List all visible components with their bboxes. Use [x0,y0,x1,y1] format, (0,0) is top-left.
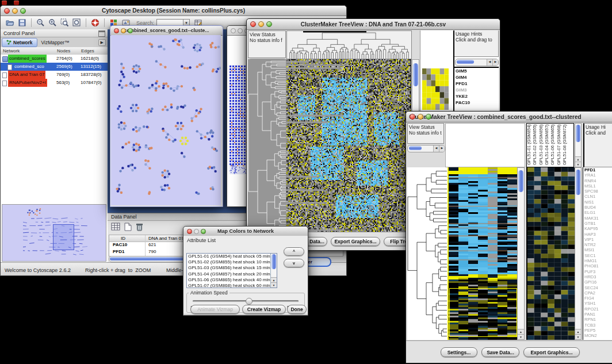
gene-label[interactable]: GTB1 [584,221,612,226]
zoom-fit-icon[interactable] [72,18,82,28]
gene-label[interactable]: BUD4 [584,205,612,210]
close-button[interactable] [187,229,192,234]
column-dendrogram[interactable] [286,30,412,59]
settings-button[interactable]: Settings... [441,347,477,357]
gene-label[interactable]: YSH1 [584,301,612,306]
heatmap-global-view[interactable] [286,59,411,232]
attribute-listbox[interactable]: GPL51-01 (GSM854) heat shock 05 minGPL51… [186,253,277,288]
gene-label[interactable]: PFD1 [454,81,499,87]
scroll-up-arrow[interactable]: ▲ [575,329,581,334]
attribute-list-item[interactable]: GPL51-02 (GSM855) heat shock 10 min [187,259,277,265]
gene-label[interactable]: PAC10 [454,99,499,106]
float-panel-icon[interactable] [98,30,105,37]
export-graphics-button[interactable]: Export Graphics... [523,347,580,357]
gene-label[interactable]: PHO81 [584,263,612,269]
help-lifesaver-icon[interactable] [90,18,100,28]
gene-label[interactable]: GPI16 [584,279,612,285]
gene-label[interactable]: ELG1 [584,210,612,215]
save-data-button[interactable]: Save Data... [481,347,519,357]
zoom-out-icon[interactable] [36,18,45,28]
scroll-down-arrow[interactable]: ▼ [575,334,581,339]
gene-label[interactable]: KAP95 [584,226,612,231]
scroll-up-arrow[interactable]: ▲ [518,329,524,334]
treeview2-titlebar[interactable]: ClusterMaker TreeView : combined_scores_… [406,112,612,122]
minimize-button[interactable] [12,8,18,14]
attribute-list-item[interactable]: GPL51-07 (GSM868) heat shock 60 min [187,283,277,288]
save-session-icon[interactable] [17,18,27,28]
gene-label[interactable]: RPO21 [584,306,612,312]
gene-label[interactable]: SPC98 [584,189,612,194]
array-column-label[interactable]: GPL51-02 (GSM855) [532,124,537,165]
network-canvas[interactable] [111,35,221,205]
col-nodes[interactable]: Nodes [57,48,70,53]
array-column-label[interactable]: GPL51-06 (GSM865) [550,124,555,165]
scroll-thumb[interactable] [576,125,580,142]
tab-overflow-arrow[interactable]: ▶ [98,39,106,46]
minimize-button[interactable] [238,28,243,33]
scroll-up-arrow[interactable]: ▲ [271,277,277,282]
gene-label[interactable]: MON2 [584,333,612,338]
network-row[interactable]: RNAPuberNov2+I563(0)107847(0) [1,79,108,87]
zoom-button[interactable] [266,21,272,27]
scroll-thumb[interactable] [413,63,418,86]
zoom-vscrollbar[interactable]: ▲ ▼ [575,167,582,340]
gene-label[interactable]: NTR2 [584,242,612,247]
gene-label[interactable]: MAK31 [584,216,612,221]
gene-label[interactable]: HMG1 [584,258,612,263]
open-file-icon[interactable] [5,18,15,28]
close-button[interactable] [250,21,256,27]
animation-speed-slider[interactable] [193,300,299,302]
gene-label[interactable]: GIM3 [454,87,499,93]
scroll-up-arrow[interactable]: ▲ [575,156,581,162]
gene-label[interactable]: RPN1 [584,317,612,322]
scroll-thumb[interactable] [576,170,580,195]
heatmap-global-view[interactable] [447,167,518,340]
zoom-in-icon[interactable] [48,18,58,28]
gene-label[interactable]: YKE2 [454,93,499,99]
gene-label[interactable]: HRD3 [584,274,612,279]
select-attributes-icon[interactable] [111,223,120,233]
list-vscrollbar[interactable]: ▲ ▼ [270,254,277,288]
array-column-label[interactable]: GPL51-08 (GSM872) [562,124,567,165]
gene-label[interactable]: SEC1 [584,253,612,258]
minimize-button[interactable] [121,28,126,33]
gene-label[interactable]: MSI1 [584,247,612,252]
create-vizmap-button[interactable]: Create Vizmap [242,305,286,314]
dialog-titlebar[interactable]: Map Colors to Network [183,227,308,236]
close-button[interactable] [4,8,10,14]
move-up-button[interactable]: ^ [284,247,304,256]
scroll-thumb[interactable] [457,60,474,64]
minimize-button[interactable] [418,114,423,120]
attribute-list-item[interactable]: GPL51-04 (GSM857) heat shock 20 min [187,271,277,277]
array-column-label[interactable]: GPL51-04 (GSM857) [544,124,549,165]
gene-label[interactable]: CPA2 [584,290,612,296]
gene-label[interactable]: SEC24 [584,285,612,290]
scroll-down-arrow[interactable]: ▼ [518,334,524,339]
minimize-button[interactable] [194,229,199,234]
row-dendrogram[interactable] [407,167,447,340]
col-network[interactable]: Network [3,48,20,53]
tab-network[interactable]: Network [2,38,37,47]
scroll-left-arrow[interactable]: ◀ [487,59,492,66]
slider-thumb[interactable] [246,298,253,305]
heatmap-vscrollbar[interactable]: ▲ ▼ [517,167,525,340]
zoom-button[interactable] [128,28,133,33]
row-dendrogram[interactable] [248,59,286,232]
scroll-left-arrow[interactable]: ◀ [433,145,439,152]
new-attribute-icon[interactable] [124,223,132,233]
gene-label[interactable]: GIM4 [454,74,499,81]
network-overview-minimap[interactable] [2,204,106,262]
delete-attribute-trash-icon[interactable] [136,223,143,233]
gene-label[interactable]: PAN1 [584,312,612,317]
gene-label[interactable]: HAP3 [584,232,612,237]
network-view-titlebar[interactable]: combined_scores_good.txt--cluste... [110,26,223,36]
gene-label[interactable]: MSL1 [584,183,612,189]
network-row[interactable]: DNA and Tran 07769(0)183728(0) [1,71,108,79]
gene-label[interactable]: YRA1 [584,173,612,178]
gene-label[interactable]: PUF3 [584,269,612,274]
close-button[interactable] [231,28,236,33]
zoom-button[interactable] [426,114,431,120]
scroll-right-arrow[interactable]: ▶ [492,59,498,66]
zoom-selected-region-icon[interactable] [60,18,70,28]
column-label-vscrollbar[interactable]: ▲ ▼ [575,123,582,167]
